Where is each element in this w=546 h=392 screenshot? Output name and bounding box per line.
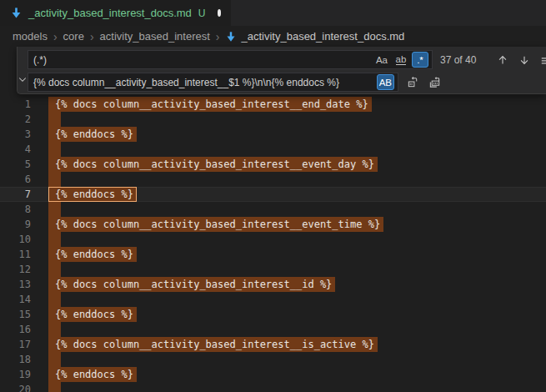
find-match-highlight: {% docs column__activity_based_interest_… [48,157,378,172]
breadcrumb-item-activity-based-interest[interactable]: activity_based_interest [100,30,210,43]
selection-lines-icon [540,54,546,66]
line-number[interactable]: 10 [0,232,31,247]
find-match-highlight [48,112,61,127]
line-number[interactable]: 16 [0,322,31,337]
find-match-highlight: {% docs column__activity_based_interest_… [48,277,335,292]
editor-line-19[interactable]: 19{% enddocs %} [0,367,546,382]
line-number[interactable]: 13 [0,277,31,292]
preserve-case-toggle[interactable]: AB [377,74,394,90]
find-match-highlight [48,172,61,187]
editor-line-8[interactable]: 8 [0,202,546,217]
editor-line-12[interactable]: 12 [0,262,546,277]
find-replace-widget: (.*) Aa ab .* 37 of 40 [17,47,546,94]
find-match-highlight [48,382,61,392]
line-number[interactable]: 1 [0,97,31,112]
line-number[interactable]: 8 [0,202,31,217]
markdown-file-icon [225,31,237,43]
find-row: (.*) Aa ab .* 37 of 40 [28,50,546,69]
previous-match-button[interactable] [493,51,511,68]
line-number[interactable]: 11 [0,247,31,262]
replace-button[interactable] [404,73,422,91]
breadcrumb-item-models[interactable]: models [13,30,48,43]
editor-line-17[interactable]: 17{% docs column__activity_based_interes… [0,337,546,352]
find-input-value: (.*) [33,54,371,66]
breadcrumb-item-file[interactable]: _activity_based_interest_docs.md [225,30,404,43]
unsaved-changes-dot-icon[interactable] [218,9,221,17]
vscode-window: _activity_based_interest_docs.md U model… [0,0,546,392]
find-match-highlight [48,262,61,277]
line-number[interactable]: 2 [0,112,31,127]
editor-line-3[interactable]: 3{% enddocs %} [0,127,546,142]
find-input[interactable]: (.*) Aa ab .* [28,50,433,69]
replace-icon [407,76,419,88]
editor-line-11[interactable]: 11{% enddocs %} [0,247,546,262]
tab-activity-docs[interactable]: _activity_based_interest_docs.md U [0,0,231,26]
toggle-replace-button[interactable] [18,47,28,93]
match-case-toggle[interactable]: Aa [373,52,390,68]
editor-line-14[interactable]: 14 [0,292,546,307]
editor-line-20[interactable]: 20 [0,382,546,392]
markdown-file-icon [10,7,23,19]
replace-all-icon [428,76,441,88]
find-match-highlight: {% docs column__activity_based_interest_… [48,337,378,352]
editor-line-2[interactable]: 2 [0,112,546,127]
code-area[interactable]: 1{% docs column__activity_based_interest… [0,47,546,392]
line-number[interactable]: 20 [0,382,31,392]
editor-line-9[interactable]: 9{% docs column__activity_based_interest… [0,217,546,232]
find-match-highlight: {% docs column__activity_based_interest_… [48,217,383,232]
find-match-highlight [48,352,61,367]
line-number[interactable]: 15 [0,307,31,322]
breadcrumb-item-core[interactable]: core [63,30,84,43]
find-match-highlight: {% enddocs %} [48,307,137,322]
regex-toggle[interactable]: .* [412,52,428,68]
tab-bar: _activity_based_interest_docs.md U [0,0,546,26]
editor-line-7[interactable]: 7{% enddocs %} [0,187,546,202]
line-number[interactable]: 5 [0,157,31,172]
line-number[interactable]: 4 [0,142,31,157]
next-match-button[interactable] [515,51,533,68]
breadcrumb: models › core › activity_based_interest … [0,26,546,47]
editor-line-13[interactable]: 13{% docs column__activity_based_interes… [0,277,546,292]
git-untracked-badge: U [198,8,206,19]
find-in-selection-button[interactable] [537,51,546,68]
line-number[interactable]: 3 [0,127,31,142]
find-match-highlight [48,232,61,247]
breadcrumb-separator: › [53,30,58,43]
replace-input-value: {% docs column__activity_based_interest_… [33,77,374,88]
line-number[interactable]: 6 [0,172,31,187]
arrow-up-icon [497,54,508,66]
editor-line-15[interactable]: 15{% enddocs %} [0,307,546,322]
current-find-match: {% enddocs %} [48,187,137,202]
find-match-highlight [48,202,61,217]
line-number[interactable]: 17 [0,337,31,352]
find-match-highlight [48,322,61,337]
find-match-highlight [48,292,61,307]
find-match-highlight: {% enddocs %} [48,367,137,382]
find-match-highlight: {% enddocs %} [48,127,137,142]
line-number[interactable]: 18 [0,352,31,367]
breadcrumb-separator: › [90,30,94,43]
editor-line-6[interactable]: 6 [0,172,546,187]
replace-input[interactable]: {% docs column__activity_based_interest_… [28,73,398,92]
find-match-highlight [48,142,61,157]
line-number[interactable]: 9 [0,217,31,232]
chevron-down-icon [18,74,28,84]
editor-line-16[interactable]: 16 [0,322,546,337]
find-match-highlight: {% enddocs %} [48,247,137,262]
replace-all-button[interactable] [426,73,443,91]
breadcrumb-separator: › [216,30,220,43]
editor-line-5[interactable]: 5{% docs column__activity_based_interest… [0,157,546,172]
breadcrumb-file-label: _activity_based_interest_docs.md [241,30,404,43]
editor-line-1[interactable]: 1{% docs column__activity_based_interest… [0,97,546,112]
line-number[interactable]: 7 [0,187,31,202]
find-match-highlight: {% docs column__activity_based_interest_… [48,97,372,112]
editor-line-18[interactable]: 18 [0,352,546,367]
tab-title: _activity_based_interest_docs.md [28,7,192,19]
line-number[interactable]: 14 [0,292,31,307]
line-number[interactable]: 19 [0,367,31,382]
editor-line-10[interactable]: 10 [0,232,546,247]
line-number[interactable]: 12 [0,262,31,277]
whole-word-toggle[interactable]: ab [393,52,409,68]
editor-line-4[interactable]: 4 [0,142,546,157]
arrow-down-icon [518,54,530,66]
